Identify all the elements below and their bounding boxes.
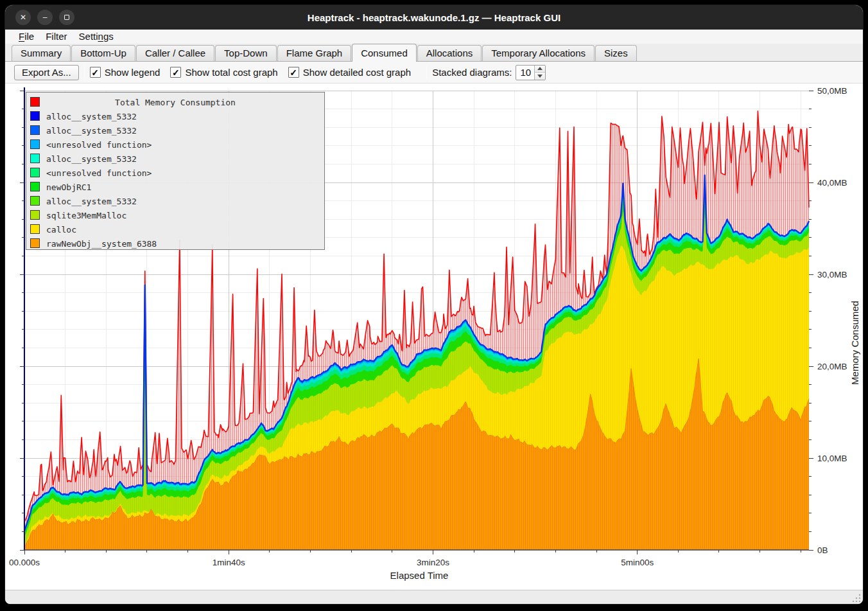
y-tick-label: 50,0MB	[817, 86, 847, 96]
y-tick-label: 30,0MB	[817, 270, 847, 279]
stacked-diagrams-value: 10	[516, 66, 534, 80]
tab-allocations[interactable]: Allocations	[417, 45, 482, 61]
export-as-button[interactable]: Export As...	[14, 65, 79, 80]
legend-swatch	[30, 168, 40, 177]
legend-item: <unresolved function>	[26, 166, 324, 180]
legend-item: newObjRC1	[26, 180, 324, 194]
minimize-button[interactable]: –	[37, 10, 53, 25]
tab-summary[interactable]: Summary	[12, 45, 71, 61]
legend-swatch	[30, 182, 40, 191]
checkbox-label: Show legend	[105, 67, 161, 78]
heaptrack-window: ✕– Heaptrack - heaptrack.wakunode.1.gz —…	[5, 5, 863, 604]
toolbar: Export As... ✓Show legend✓Show total cos…	[5, 62, 863, 84]
tab-sizes[interactable]: Sizes	[595, 45, 637, 61]
chevron-down-icon	[537, 75, 542, 78]
legend-swatch	[30, 210, 40, 220]
y-tick-label: 40,0MB	[817, 178, 847, 188]
y-axis-title: Memory Consumed	[849, 272, 860, 414]
legend-item: <unresolved function>	[26, 137, 324, 152]
tab-bar: SummaryBottom-UpCaller / CalleeTop-DownF…	[5, 44, 863, 62]
legend-swatch	[30, 111, 40, 121]
checkbox-show-total-cost-graph[interactable]: ✓Show total cost graph	[170, 67, 277, 78]
legend-label: alloc__system_5332	[46, 126, 137, 136]
legend-swatch	[30, 238, 40, 248]
chart-legend: Total Memory Consumptionalloc__system_53…	[26, 92, 325, 250]
legend-label: Total Memory Consumption	[115, 98, 236, 107]
checkmark-icon: ✓	[90, 67, 101, 78]
checkbox-show-legend[interactable]: ✓Show legend	[90, 67, 161, 78]
menu-settings[interactable]: Settings	[73, 30, 119, 44]
legend-label: newObjRC1	[46, 182, 91, 192]
legend-label: sqlite3MemMalloc	[46, 211, 126, 220]
spinner-up-button[interactable]	[535, 66, 545, 73]
maximize-button[interactable]	[59, 10, 74, 25]
legend-label: rawNewObj__system_6388	[46, 239, 157, 249]
menu-file[interactable]: File	[13, 30, 40, 44]
status-bar	[5, 590, 863, 604]
x-tick-label: 5min00s	[621, 558, 654, 567]
stacked-diagrams-spinner[interactable]: 10	[516, 65, 546, 80]
legend-label: calloc	[46, 225, 76, 235]
legend-item: sqlite3MemMalloc	[26, 208, 324, 222]
spinner-arrows	[534, 66, 545, 80]
spinner-down-button[interactable]	[535, 73, 545, 80]
x-tick-label: 1min40s	[213, 558, 245, 567]
legend-item: Total Memory Consumption	[26, 95, 324, 109]
y-tick-label: 10,0MB	[817, 454, 847, 463]
toolbar-separator	[84, 66, 85, 80]
consumed-chart-panel: 00.000s1min40s3min20s5min00s0B10,0MB20,0…	[5, 84, 863, 590]
legend-item: alloc__system_5332	[26, 152, 324, 166]
checkbox-label: Show detailed cost graph	[303, 67, 411, 78]
x-axis-title: Elapsed Time	[5, 570, 833, 581]
maximize-icon	[64, 15, 69, 20]
x-tick-label: 3min20s	[417, 558, 449, 567]
stacked-diagrams-label: Stacked diagrams:	[432, 67, 512, 78]
tab-caller-callee[interactable]: Caller / Callee	[136, 45, 214, 61]
checkbox-label: Show total cost graph	[185, 67, 277, 78]
checkmark-icon: ✓	[288, 67, 299, 78]
checkmark-icon: ✓	[170, 67, 181, 78]
menu-bar: FileFilterSettings	[5, 30, 863, 44]
window-title: Heaptrack - heaptrack.wakunode.1.gz — He…	[5, 12, 863, 23]
tab-temporary-allocations[interactable]: Temporary Allocations	[482, 45, 595, 61]
legend-label: alloc__system_5332	[46, 112, 137, 121]
legend-swatch	[30, 97, 40, 107]
legend-label: <unresolved function>	[46, 168, 152, 178]
legend-swatch	[30, 139, 40, 149]
legend-swatch	[30, 154, 40, 163]
y-tick-label: 20,0MB	[817, 362, 847, 371]
tab-flame-graph[interactable]: Flame Graph	[277, 45, 352, 61]
resize-grip-icon[interactable]	[853, 594, 861, 602]
legend-item: rawNewObj__system_6388	[26, 236, 324, 251]
legend-label: <unresolved function>	[46, 140, 152, 150]
tab-consumed[interactable]: Consumed	[352, 44, 417, 62]
legend-item: calloc	[26, 222, 324, 236]
menu-filter[interactable]: Filter	[40, 30, 73, 44]
y-tick-label: 0B	[817, 545, 828, 555]
legend-label: alloc__system_5332	[46, 154, 137, 164]
legend-swatch	[30, 125, 40, 135]
x-tick-label: 00.000s	[9, 558, 40, 567]
legend-swatch	[30, 224, 40, 234]
chevron-up-icon	[537, 67, 542, 70]
tab-bottom-up[interactable]: Bottom-Up	[71, 45, 135, 61]
toolbar-separator	[426, 66, 427, 80]
legend-item: alloc__system_5332	[26, 123, 324, 137]
legend-item: alloc__system_5332	[26, 194, 324, 208]
minimize-icon: –	[43, 13, 48, 21]
legend-swatch	[30, 196, 40, 206]
checkbox-show-detailed-cost-graph[interactable]: ✓Show detailed cost graph	[288, 67, 411, 78]
title-bar[interactable]: ✕– Heaptrack - heaptrack.wakunode.1.gz —…	[5, 5, 863, 30]
legend-item: alloc__system_5332	[26, 109, 324, 123]
tab-top-down[interactable]: Top-Down	[215, 45, 277, 61]
close-icon: ✕	[20, 13, 26, 21]
close-button[interactable]: ✕	[15, 10, 31, 25]
legend-label: alloc__system_5332	[46, 197, 137, 206]
